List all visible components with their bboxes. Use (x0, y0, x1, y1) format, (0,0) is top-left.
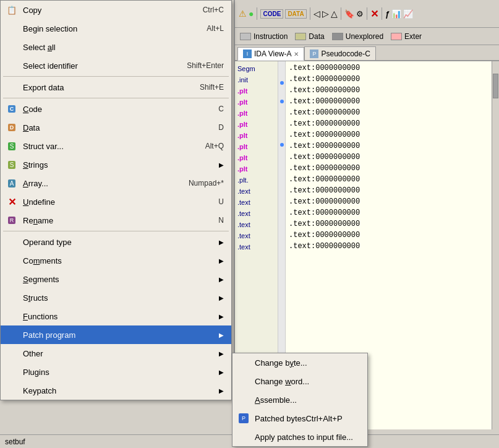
menu-shortcut-array: Numpad+* (170, 179, 224, 187)
menu-item-strings[interactable]: S Strings ▶ (1, 155, 231, 174)
legend-label-instruction: Instruction (254, 32, 288, 41)
data-btn[interactable]: DATA (285, 9, 306, 19)
left-panel: 📋 Copy Ctrl+C Begin selection Alt+L Sele… (0, 0, 235, 448)
comments-arrow: ▶ (219, 257, 224, 264)
menu-item-begin-selection[interactable]: Begin selection Alt+L (1, 19, 231, 38)
menu-item-comments[interactable]: Comments ▶ (1, 251, 231, 270)
menu-item-select-identifier[interactable]: Select identifier Shift+Enter (1, 56, 231, 75)
menu-item-select-all[interactable]: Select all (1, 38, 231, 56)
func-icon[interactable]: ƒ (385, 9, 390, 19)
patched-bytes-icon: P (237, 412, 250, 424)
menu-item-code[interactable]: C Code C (1, 100, 231, 118)
menu-label-select-identifier: Select identifier (23, 61, 78, 71)
menu-label-segments: Segments (23, 275, 59, 284)
circle-icon: ● (249, 9, 254, 19)
menu-item-copy[interactable]: 📋 Copy Ctrl+C (1, 1, 231, 19)
copy-icon: 📋 (6, 4, 18, 16)
legend-color-data (295, 33, 306, 40)
undefine-icon: ✕ (6, 196, 18, 208)
toolbar-sep1 (257, 7, 257, 20)
plugins-arrow: ▶ (219, 369, 224, 376)
seg-plt-2: .plt (235, 96, 278, 107)
warning-icon: ⚠ (239, 9, 247, 19)
menu-item-undefine[interactable]: ✕ Undefine U (1, 192, 231, 211)
menu-label-code: Code (23, 105, 42, 114)
code-line-12: .text:0000000000 (289, 185, 497, 196)
seg-text-5: .text (235, 230, 278, 241)
keypatch-arrow: ▶ (219, 387, 224, 394)
seg-plt-7: .plt (235, 152, 278, 163)
tab-ida-view[interactable]: I IDA View-A ✕ (237, 47, 304, 61)
scrollbar-thumb[interactable] (493, 74, 498, 98)
menu-item-rename[interactable]: R Rename N (1, 211, 231, 230)
nav-forward[interactable]: ▷ (322, 9, 329, 19)
code-line-5: .text:0000000000 (289, 107, 497, 118)
separator-1 (3, 76, 229, 77)
code-line-6: .text:0000000000 (289, 118, 497, 129)
menu-item-operand-type[interactable]: Operand type ▶ (1, 233, 231, 251)
patch-program-arrow: ▶ (219, 332, 224, 338)
tab-label-ida: IDA View-A (254, 50, 291, 58)
submenu-item-change-word[interactable]: Change word... (232, 372, 367, 390)
tab-icon-pseudo: P (310, 50, 318, 58)
submenu-item-patched-bytes[interactable]: P Patched bytes Ctrl+Alt+P (232, 409, 367, 428)
seg-init: .init (235, 74, 278, 85)
star-icon[interactable]: ⚙ (356, 9, 364, 19)
seg-plt-5: .plt (235, 129, 278, 140)
menu-item-struct-var[interactable]: S Struct var... Alt+Q (1, 137, 231, 155)
scrollbar-v[interactable] (492, 61, 499, 429)
code-icon: C (6, 103, 18, 115)
segments-arrow: ▶ (219, 276, 224, 283)
legend-extern: Exter (391, 32, 422, 41)
menu-item-export-data[interactable]: Export data Shift+E (1, 78, 231, 97)
nav-up[interactable]: △ (331, 9, 338, 19)
menu-label-select-all: Select all (23, 43, 56, 52)
seg-text-4: .text (235, 218, 278, 230)
operand-type-arrow: ▶ (219, 239, 224, 246)
submenu-item-assemble[interactable]: Assemble... (232, 390, 367, 409)
submenu-label-patched-bytes: Patched bytes (255, 414, 305, 423)
seg-plt-4: .plt (235, 118, 278, 129)
legend-label-unexplored: Unexplored (346, 32, 383, 41)
menu-item-segments[interactable]: Segments ▶ (1, 270, 231, 288)
code-btn[interactable]: CODE (260, 9, 283, 19)
tab-pseudocode[interactable]: P Pseudocode-C (304, 46, 375, 60)
menu-item-data[interactable]: D Data D (1, 118, 231, 137)
tab-close-ida[interactable]: ✕ (294, 51, 299, 58)
menu-shortcut-data: D (200, 123, 224, 132)
ida-toolbar: ⚠ ● CODE DATA ◁ ▷ △ 🔖 ⚙ ✕ ƒ 📊 📈 (235, 0, 499, 28)
menu-label-array: Array... (23, 179, 48, 188)
legend-instruction: Instruction (240, 32, 288, 41)
seg-plt-6: .plt (235, 140, 278, 152)
cross-icon[interactable]: ✕ (370, 8, 378, 20)
menu-shortcut-copy: Ctrl+C (184, 6, 224, 14)
menu-label-plugins: Plugins (23, 368, 49, 377)
bookmark-icon[interactable]: 🔖 (344, 9, 354, 19)
submenu-item-change-byte[interactable]: Change byte... (232, 353, 367, 372)
other-arrow: ▶ (219, 350, 224, 357)
menu-item-patch-program[interactable]: Patch program ▶ (1, 325, 231, 344)
submenu-label-change-byte: Change byte... (255, 358, 307, 368)
legend-color-extern (391, 33, 402, 40)
seg-text-3: .text (235, 207, 278, 218)
nav-back[interactable]: ◁ (313, 9, 320, 19)
data-icon: D (6, 121, 18, 134)
toolbar-icon3[interactable]: 📈 (403, 9, 413, 19)
functions-arrow: ▶ (219, 313, 224, 320)
menu-item-other[interactable]: Other ▶ (1, 344, 231, 363)
menu-item-structs[interactable]: Structs ▶ (1, 288, 231, 307)
menu-item-functions[interactable]: Functions ▶ (1, 307, 231, 325)
toolbar-icon2[interactable]: 📊 (391, 9, 401, 19)
menu-label-patch-program: Patch program (23, 330, 75, 340)
submenu-item-apply-patches[interactable]: Apply patches to input file... (232, 428, 367, 446)
struct-icon: S (6, 140, 18, 152)
strings-icon: S (6, 158, 18, 171)
menu-label-operand-type: Operand type (23, 238, 72, 247)
menu-item-array[interactable]: A Array... Numpad+* (1, 174, 231, 192)
rename-icon: R (6, 214, 18, 226)
legend-label-extern: Exter (404, 32, 422, 41)
menu-item-plugins[interactable]: Plugins ▶ (1, 363, 231, 381)
menu-label-data: Data (23, 123, 40, 132)
menu-item-keypatch[interactable]: Keypatch ▶ (1, 381, 231, 400)
seg-plt-8: .plt (235, 163, 278, 174)
